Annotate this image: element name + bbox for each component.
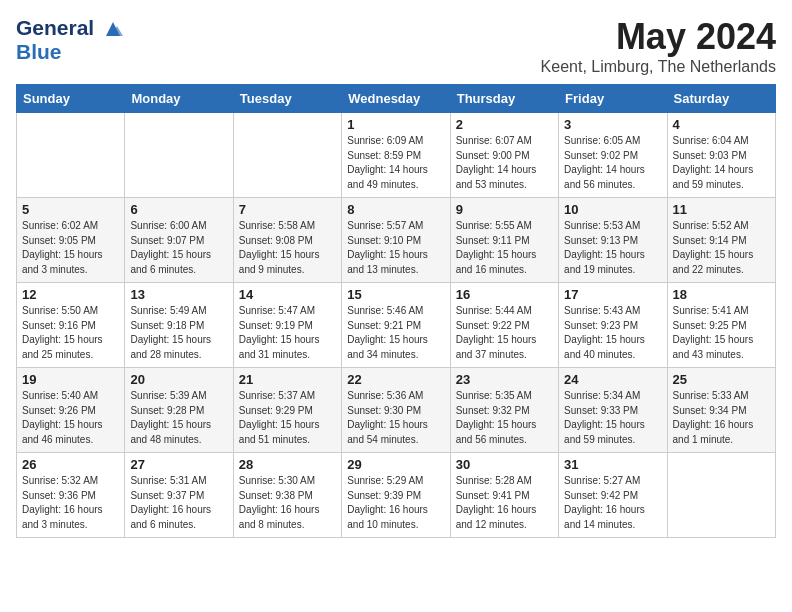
- calendar-cell: 28Sunrise: 5:30 AM Sunset: 9:38 PM Dayli…: [233, 453, 341, 538]
- day-number: 20: [130, 372, 227, 387]
- day-content: Sunrise: 6:00 AM Sunset: 9:07 PM Dayligh…: [130, 219, 227, 277]
- calendar-cell: 14Sunrise: 5:47 AM Sunset: 9:19 PM Dayli…: [233, 283, 341, 368]
- day-number: 1: [347, 117, 444, 132]
- day-number: 10: [564, 202, 661, 217]
- day-number: 27: [130, 457, 227, 472]
- day-content: Sunrise: 5:49 AM Sunset: 9:18 PM Dayligh…: [130, 304, 227, 362]
- day-number: 6: [130, 202, 227, 217]
- day-content: Sunrise: 5:52 AM Sunset: 9:14 PM Dayligh…: [673, 219, 770, 277]
- day-content: Sunrise: 5:50 AM Sunset: 9:16 PM Dayligh…: [22, 304, 119, 362]
- calendar-cell: 23Sunrise: 5:35 AM Sunset: 9:32 PM Dayli…: [450, 368, 558, 453]
- logo-text: General: [16, 16, 124, 40]
- day-number: 5: [22, 202, 119, 217]
- day-content: Sunrise: 5:46 AM Sunset: 9:21 PM Dayligh…: [347, 304, 444, 362]
- calendar-cell: 20Sunrise: 5:39 AM Sunset: 9:28 PM Dayli…: [125, 368, 233, 453]
- calendar-cell: 15Sunrise: 5:46 AM Sunset: 9:21 PM Dayli…: [342, 283, 450, 368]
- calendar-cell: 16Sunrise: 5:44 AM Sunset: 9:22 PM Dayli…: [450, 283, 558, 368]
- calendar-week-1: 1Sunrise: 6:09 AM Sunset: 8:59 PM Daylig…: [17, 113, 776, 198]
- month-year: May 2024: [541, 16, 776, 58]
- day-content: Sunrise: 6:02 AM Sunset: 9:05 PM Dayligh…: [22, 219, 119, 277]
- day-content: Sunrise: 5:33 AM Sunset: 9:34 PM Dayligh…: [673, 389, 770, 447]
- calendar-cell: [233, 113, 341, 198]
- calendar-cell: 29Sunrise: 5:29 AM Sunset: 9:39 PM Dayli…: [342, 453, 450, 538]
- day-number: 23: [456, 372, 553, 387]
- calendar-cell: 1Sunrise: 6:09 AM Sunset: 8:59 PM Daylig…: [342, 113, 450, 198]
- calendar-week-3: 12Sunrise: 5:50 AM Sunset: 9:16 PM Dayli…: [17, 283, 776, 368]
- day-number: 12: [22, 287, 119, 302]
- calendar-cell: [667, 453, 775, 538]
- day-number: 9: [456, 202, 553, 217]
- day-header-sunday: Sunday: [17, 85, 125, 113]
- calendar-cell: 19Sunrise: 5:40 AM Sunset: 9:26 PM Dayli…: [17, 368, 125, 453]
- day-number: 16: [456, 287, 553, 302]
- day-content: Sunrise: 5:36 AM Sunset: 9:30 PM Dayligh…: [347, 389, 444, 447]
- day-number: 19: [22, 372, 119, 387]
- calendar-cell: 31Sunrise: 5:27 AM Sunset: 9:42 PM Dayli…: [559, 453, 667, 538]
- day-content: Sunrise: 6:09 AM Sunset: 8:59 PM Dayligh…: [347, 134, 444, 192]
- day-content: Sunrise: 6:07 AM Sunset: 9:00 PM Dayligh…: [456, 134, 553, 192]
- day-content: Sunrise: 5:28 AM Sunset: 9:41 PM Dayligh…: [456, 474, 553, 532]
- day-number: 28: [239, 457, 336, 472]
- day-header-friday: Friday: [559, 85, 667, 113]
- day-number: 13: [130, 287, 227, 302]
- day-header-wednesday: Wednesday: [342, 85, 450, 113]
- calendar-cell: 2Sunrise: 6:07 AM Sunset: 9:00 PM Daylig…: [450, 113, 558, 198]
- day-number: 3: [564, 117, 661, 132]
- title-block: May 2024 Keent, Limburg, The Netherlands: [541, 16, 776, 76]
- page-header: General Blue May 2024 Keent, Limburg, Th…: [16, 16, 776, 76]
- calendar-cell: 12Sunrise: 5:50 AM Sunset: 9:16 PM Dayli…: [17, 283, 125, 368]
- day-number: 15: [347, 287, 444, 302]
- day-content: Sunrise: 5:37 AM Sunset: 9:29 PM Dayligh…: [239, 389, 336, 447]
- calendar-cell: 5Sunrise: 6:02 AM Sunset: 9:05 PM Daylig…: [17, 198, 125, 283]
- day-content: Sunrise: 5:30 AM Sunset: 9:38 PM Dayligh…: [239, 474, 336, 532]
- day-number: 21: [239, 372, 336, 387]
- day-content: Sunrise: 5:27 AM Sunset: 9:42 PM Dayligh…: [564, 474, 661, 532]
- calendar-cell: 11Sunrise: 5:52 AM Sunset: 9:14 PM Dayli…: [667, 198, 775, 283]
- day-content: Sunrise: 5:29 AM Sunset: 9:39 PM Dayligh…: [347, 474, 444, 532]
- day-content: Sunrise: 5:58 AM Sunset: 9:08 PM Dayligh…: [239, 219, 336, 277]
- calendar-week-5: 26Sunrise: 5:32 AM Sunset: 9:36 PM Dayli…: [17, 453, 776, 538]
- calendar-cell: 27Sunrise: 5:31 AM Sunset: 9:37 PM Dayli…: [125, 453, 233, 538]
- day-number: 18: [673, 287, 770, 302]
- calendar-cell: 21Sunrise: 5:37 AM Sunset: 9:29 PM Dayli…: [233, 368, 341, 453]
- calendar-week-2: 5Sunrise: 6:02 AM Sunset: 9:05 PM Daylig…: [17, 198, 776, 283]
- day-content: Sunrise: 5:53 AM Sunset: 9:13 PM Dayligh…: [564, 219, 661, 277]
- day-number: 11: [673, 202, 770, 217]
- logo: General Blue: [16, 16, 124, 65]
- calendar-cell: 26Sunrise: 5:32 AM Sunset: 9:36 PM Dayli…: [17, 453, 125, 538]
- calendar-cell: 30Sunrise: 5:28 AM Sunset: 9:41 PM Dayli…: [450, 453, 558, 538]
- calendar-table: SundayMondayTuesdayWednesdayThursdayFrid…: [16, 84, 776, 538]
- calendar-cell: 22Sunrise: 5:36 AM Sunset: 9:30 PM Dayli…: [342, 368, 450, 453]
- day-content: Sunrise: 6:05 AM Sunset: 9:02 PM Dayligh…: [564, 134, 661, 192]
- day-content: Sunrise: 5:39 AM Sunset: 9:28 PM Dayligh…: [130, 389, 227, 447]
- calendar-cell: 24Sunrise: 5:34 AM Sunset: 9:33 PM Dayli…: [559, 368, 667, 453]
- day-number: 25: [673, 372, 770, 387]
- day-number: 2: [456, 117, 553, 132]
- day-content: Sunrise: 5:40 AM Sunset: 9:26 PM Dayligh…: [22, 389, 119, 447]
- day-content: Sunrise: 5:44 AM Sunset: 9:22 PM Dayligh…: [456, 304, 553, 362]
- day-number: 14: [239, 287, 336, 302]
- day-number: 24: [564, 372, 661, 387]
- calendar-cell: [17, 113, 125, 198]
- calendar-cell: 25Sunrise: 5:33 AM Sunset: 9:34 PM Dayli…: [667, 368, 775, 453]
- day-content: Sunrise: 5:34 AM Sunset: 9:33 PM Dayligh…: [564, 389, 661, 447]
- day-content: Sunrise: 5:47 AM Sunset: 9:19 PM Dayligh…: [239, 304, 336, 362]
- calendar-cell: 3Sunrise: 6:05 AM Sunset: 9:02 PM Daylig…: [559, 113, 667, 198]
- calendar-cell: 9Sunrise: 5:55 AM Sunset: 9:11 PM Daylig…: [450, 198, 558, 283]
- calendar-body: 1Sunrise: 6:09 AM Sunset: 8:59 PM Daylig…: [17, 113, 776, 538]
- day-header-thursday: Thursday: [450, 85, 558, 113]
- day-header-monday: Monday: [125, 85, 233, 113]
- day-number: 30: [456, 457, 553, 472]
- day-header-tuesday: Tuesday: [233, 85, 341, 113]
- day-content: Sunrise: 5:43 AM Sunset: 9:23 PM Dayligh…: [564, 304, 661, 362]
- location: Keent, Limburg, The Netherlands: [541, 58, 776, 76]
- calendar-header-row: SundayMondayTuesdayWednesdayThursdayFrid…: [17, 85, 776, 113]
- day-content: Sunrise: 6:04 AM Sunset: 9:03 PM Dayligh…: [673, 134, 770, 192]
- day-number: 22: [347, 372, 444, 387]
- day-number: 8: [347, 202, 444, 217]
- day-number: 17: [564, 287, 661, 302]
- logo-line2: Blue: [16, 40, 124, 64]
- day-content: Sunrise: 5:55 AM Sunset: 9:11 PM Dayligh…: [456, 219, 553, 277]
- calendar-cell: 13Sunrise: 5:49 AM Sunset: 9:18 PM Dayli…: [125, 283, 233, 368]
- calendar-cell: 17Sunrise: 5:43 AM Sunset: 9:23 PM Dayli…: [559, 283, 667, 368]
